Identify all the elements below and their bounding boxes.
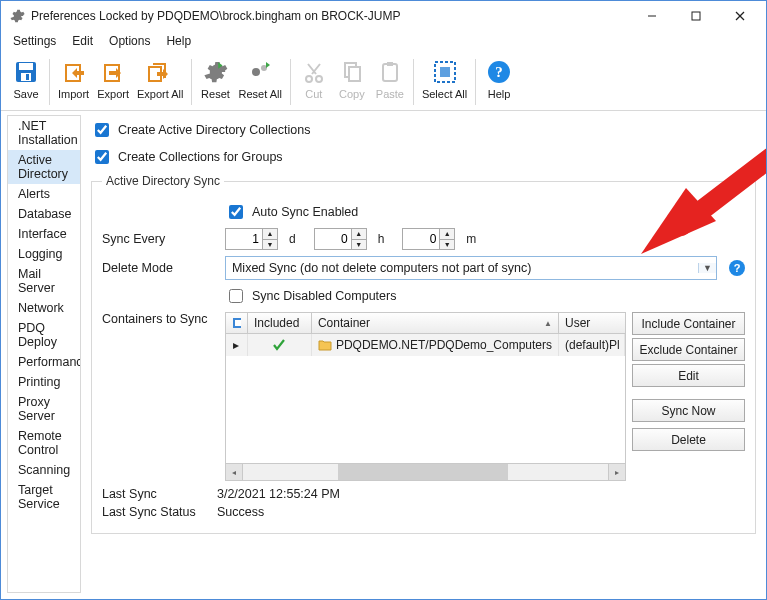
paste-icon	[375, 57, 405, 87]
col-container[interactable]: Container▲	[312, 313, 559, 333]
sidebar-item-remote-control[interactable]: Remote Control	[8, 426, 80, 460]
sync-days-spinner[interactable]: ▲▼	[225, 228, 278, 250]
delete-mode-dropdown[interactable]: Mixed Sync (do not delete computers not …	[225, 256, 717, 280]
menu-options[interactable]: Options	[101, 31, 158, 53]
toolbar-copy: Copy	[333, 55, 371, 100]
svg-rect-5	[19, 63, 33, 70]
sync-hours-spinner[interactable]: ▲▼	[314, 228, 367, 250]
svg-rect-1	[692, 12, 700, 20]
toolbar-export[interactable]: Export	[93, 55, 133, 100]
toolbar-cut: Cut	[295, 55, 333, 100]
window-title: Preferences Locked by PDQDEMO\brock.bing…	[31, 9, 630, 23]
table-row[interactable]: ▸ PDQDEMO.NET/PDQDemo_Computers (default…	[226, 334, 625, 356]
col-user[interactable]: User	[559, 313, 625, 333]
row-indicator-icon: ▸	[226, 334, 248, 356]
svg-text:?: ?	[495, 64, 503, 80]
sidebar-item-proxy-server[interactable]: Proxy Server	[8, 392, 80, 426]
sidebar-item-alerts[interactable]: Alerts	[8, 184, 80, 204]
toolbar-paste: Paste	[371, 55, 409, 100]
sync-minutes-spinner[interactable]: ▲▼	[402, 228, 455, 250]
svg-rect-13	[387, 62, 393, 66]
toolbar-import[interactable]: Import	[54, 55, 93, 100]
reset-all-icon	[245, 57, 275, 87]
horizontal-scrollbar[interactable]: ◂ ▸	[225, 464, 626, 481]
sidebar-item-performance[interactable]: Performance	[8, 352, 80, 372]
spin-down[interactable]: ▼	[440, 240, 454, 250]
menubar: Settings Edit Options Help	[1, 31, 766, 53]
containers-label: Containers to Sync	[102, 312, 217, 326]
table-header: Included Container▲ User	[225, 312, 626, 334]
chk-sync-disabled[interactable]: Sync Disabled Computers	[225, 286, 397, 306]
containers-table[interactable]: Included Container▲ User ▸ PDQDEMO.NET/P…	[225, 312, 626, 481]
menu-settings[interactable]: Settings	[5, 31, 64, 53]
column-picker-icon[interactable]	[226, 313, 248, 333]
scroll-right[interactable]: ▸	[608, 464, 625, 480]
category-sidebar: .NET InstallationActive DirectoryAlertsD…	[7, 115, 81, 593]
container-cell: PDQDEMO.NET/PDQDemo_Computers	[312, 334, 559, 356]
last-sync-status-value: Success	[217, 505, 264, 519]
toolbar-select-all[interactable]: Select All	[418, 55, 471, 100]
sidebar-item-interface[interactable]: Interface	[8, 224, 80, 244]
svg-rect-12	[383, 64, 397, 81]
cut-icon	[299, 57, 329, 87]
sidebar-item-scanning[interactable]: Scanning	[8, 460, 80, 480]
scroll-thumb[interactable]	[338, 464, 508, 480]
sidebar-item-printing[interactable]: Printing	[8, 372, 80, 392]
spin-up[interactable]: ▲	[440, 229, 454, 240]
reset-icon	[200, 57, 230, 87]
titlebar: Preferences Locked by PDQDEMO\brock.bing…	[1, 1, 766, 31]
menu-help[interactable]: Help	[158, 31, 199, 53]
menu-edit[interactable]: Edit	[64, 31, 101, 53]
delete-button[interactable]: Delete	[632, 428, 745, 451]
scroll-left[interactable]: ◂	[226, 464, 243, 480]
exclude-container-button[interactable]: Exclude Container	[632, 338, 745, 361]
spin-down[interactable]: ▼	[263, 240, 277, 250]
toolbar-save[interactable]: Save	[7, 55, 45, 100]
close-button[interactable]	[718, 2, 762, 31]
sort-asc-icon: ▲	[544, 319, 552, 328]
chk-auto-sync[interactable]: Auto Sync Enabled	[225, 202, 358, 222]
toolbar-export-all[interactable]: Export All	[133, 55, 187, 100]
help-icon[interactable]: ?	[729, 260, 745, 276]
sync-every-label: Sync Every	[102, 232, 217, 246]
help-icon: ?	[484, 57, 514, 87]
last-sync-status-label: Last Sync Status	[102, 505, 217, 519]
toolbar-reset-all[interactable]: Reset All	[234, 55, 285, 100]
folder-icon	[318, 339, 332, 351]
minimize-button[interactable]	[630, 2, 674, 31]
spin-down[interactable]: ▼	[352, 240, 366, 250]
last-sync-label: Last Sync	[102, 487, 217, 501]
chk-create-groups[interactable]: Create Collections for Groups	[91, 147, 756, 167]
sidebar-item-logging[interactable]: Logging	[8, 244, 80, 264]
sidebar-item-pdq-deploy[interactable]: PDQ Deploy	[8, 318, 80, 352]
svg-rect-15	[440, 67, 450, 77]
sidebar-item-network[interactable]: Network	[8, 298, 80, 318]
sidebar-item-active-directory[interactable]: Active Directory	[8, 150, 80, 184]
toolbar-help[interactable]: ?Help	[480, 55, 518, 100]
gear-icon	[9, 8, 25, 24]
sidebar-item--net-installation[interactable]: .NET Installation	[8, 116, 80, 150]
sidebar-item-mail-server[interactable]: Mail Server	[8, 264, 80, 298]
sync-now-button[interactable]: Sync Now	[632, 399, 745, 422]
edit-button[interactable]: Edit	[632, 364, 745, 387]
toolbar: Save Import Export Export All Reset Rese…	[1, 53, 766, 111]
sidebar-item-target-service[interactable]: Target Service	[8, 480, 80, 514]
copy-icon	[337, 57, 367, 87]
included-check-icon	[248, 334, 312, 356]
col-included[interactable]: Included	[248, 313, 312, 333]
svg-rect-11	[349, 67, 360, 81]
spin-up[interactable]: ▲	[352, 229, 366, 240]
last-sync-value: 3/2/2021 12:55:24 PM	[217, 487, 340, 501]
save-icon	[11, 57, 41, 87]
user-cell: (default)Pl	[559, 334, 625, 356]
include-container-button[interactable]: Include Container	[632, 312, 745, 335]
delete-mode-label: Delete Mode	[102, 261, 217, 275]
sidebar-item-database[interactable]: Database	[8, 204, 80, 224]
svg-point-8	[306, 76, 312, 82]
main-panel: Create Active Directory Collections Crea…	[81, 111, 766, 597]
toolbar-reset[interactable]: Reset	[196, 55, 234, 100]
maximize-button[interactable]	[674, 2, 718, 31]
group-title: Active Directory Sync	[102, 174, 224, 188]
chk-create-collections[interactable]: Create Active Directory Collections	[91, 120, 756, 140]
spin-up[interactable]: ▲	[263, 229, 277, 240]
